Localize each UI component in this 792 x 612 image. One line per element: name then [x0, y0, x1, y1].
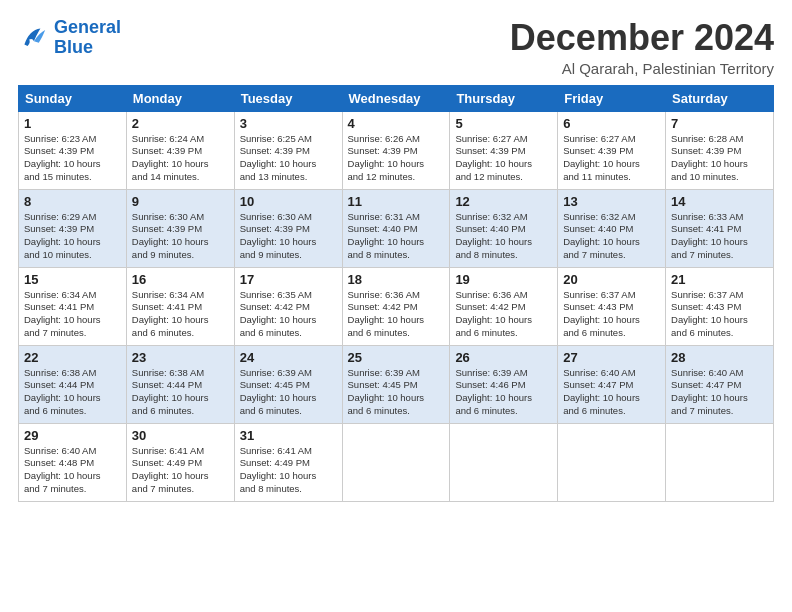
day-number: 28 [671, 350, 768, 365]
table-row: 27Sunrise: 6:40 AM Sunset: 4:47 PM Dayli… [558, 345, 666, 423]
day-number: 29 [24, 428, 121, 443]
day-number: 20 [563, 272, 660, 287]
table-row: 14Sunrise: 6:33 AM Sunset: 4:41 PM Dayli… [666, 189, 774, 267]
day-info: Sunrise: 6:40 AM Sunset: 4:47 PM Dayligh… [563, 367, 660, 418]
day-number: 16 [132, 272, 229, 287]
day-number: 18 [348, 272, 445, 287]
table-row: 4Sunrise: 6:26 AM Sunset: 4:39 PM Daylig… [342, 111, 450, 189]
day-info: Sunrise: 6:36 AM Sunset: 4:42 PM Dayligh… [348, 289, 445, 340]
header: General Blue December 2024 Al Qararah, P… [18, 18, 774, 77]
day-info: Sunrise: 6:40 AM Sunset: 4:48 PM Dayligh… [24, 445, 121, 496]
day-number: 8 [24, 194, 121, 209]
day-info: Sunrise: 6:38 AM Sunset: 4:44 PM Dayligh… [24, 367, 121, 418]
day-info: Sunrise: 6:32 AM Sunset: 4:40 PM Dayligh… [455, 211, 552, 262]
day-info: Sunrise: 6:41 AM Sunset: 4:49 PM Dayligh… [240, 445, 337, 496]
col-sunday: Sunday [19, 85, 127, 111]
day-number: 1 [24, 116, 121, 131]
table-row: 15Sunrise: 6:34 AM Sunset: 4:41 PM Dayli… [19, 267, 127, 345]
table-row: 10Sunrise: 6:30 AM Sunset: 4:39 PM Dayli… [234, 189, 342, 267]
day-info: Sunrise: 6:31 AM Sunset: 4:40 PM Dayligh… [348, 211, 445, 262]
table-row [666, 423, 774, 501]
table-row: 25Sunrise: 6:39 AM Sunset: 4:45 PM Dayli… [342, 345, 450, 423]
page: General Blue December 2024 Al Qararah, P… [0, 0, 792, 612]
table-row: 9Sunrise: 6:30 AM Sunset: 4:39 PM Daylig… [126, 189, 234, 267]
day-number: 7 [671, 116, 768, 131]
col-thursday: Thursday [450, 85, 558, 111]
day-number: 25 [348, 350, 445, 365]
table-row: 22Sunrise: 6:38 AM Sunset: 4:44 PM Dayli… [19, 345, 127, 423]
day-number: 21 [671, 272, 768, 287]
day-info: Sunrise: 6:29 AM Sunset: 4:39 PM Dayligh… [24, 211, 121, 262]
day-number: 19 [455, 272, 552, 287]
day-info: Sunrise: 6:34 AM Sunset: 4:41 PM Dayligh… [132, 289, 229, 340]
table-row: 30Sunrise: 6:41 AM Sunset: 4:49 PM Dayli… [126, 423, 234, 501]
col-saturday: Saturday [666, 85, 774, 111]
table-row: 11Sunrise: 6:31 AM Sunset: 4:40 PM Dayli… [342, 189, 450, 267]
day-number: 14 [671, 194, 768, 209]
table-row: 5Sunrise: 6:27 AM Sunset: 4:39 PM Daylig… [450, 111, 558, 189]
calendar-week-row: 15Sunrise: 6:34 AM Sunset: 4:41 PM Dayli… [19, 267, 774, 345]
day-number: 13 [563, 194, 660, 209]
day-info: Sunrise: 6:40 AM Sunset: 4:47 PM Dayligh… [671, 367, 768, 418]
day-info: Sunrise: 6:39 AM Sunset: 4:46 PM Dayligh… [455, 367, 552, 418]
day-info: Sunrise: 6:23 AM Sunset: 4:39 PM Dayligh… [24, 133, 121, 184]
col-friday: Friday [558, 85, 666, 111]
table-row: 20Sunrise: 6:37 AM Sunset: 4:43 PM Dayli… [558, 267, 666, 345]
calendar-header-row: Sunday Monday Tuesday Wednesday Thursday… [19, 85, 774, 111]
day-number: 3 [240, 116, 337, 131]
main-title: December 2024 [510, 18, 774, 58]
day-info: Sunrise: 6:25 AM Sunset: 4:39 PM Dayligh… [240, 133, 337, 184]
table-row: 19Sunrise: 6:36 AM Sunset: 4:42 PM Dayli… [450, 267, 558, 345]
table-row: 1Sunrise: 6:23 AM Sunset: 4:39 PM Daylig… [19, 111, 127, 189]
day-info: Sunrise: 6:39 AM Sunset: 4:45 PM Dayligh… [348, 367, 445, 418]
day-info: Sunrise: 6:41 AM Sunset: 4:49 PM Dayligh… [132, 445, 229, 496]
day-number: 31 [240, 428, 337, 443]
day-info: Sunrise: 6:27 AM Sunset: 4:39 PM Dayligh… [563, 133, 660, 184]
table-row [558, 423, 666, 501]
day-number: 4 [348, 116, 445, 131]
logo-text-general: General [54, 18, 121, 38]
logo: General Blue [18, 18, 121, 58]
day-info: Sunrise: 6:36 AM Sunset: 4:42 PM Dayligh… [455, 289, 552, 340]
day-info: Sunrise: 6:24 AM Sunset: 4:39 PM Dayligh… [132, 133, 229, 184]
table-row: 8Sunrise: 6:29 AM Sunset: 4:39 PM Daylig… [19, 189, 127, 267]
table-row: 26Sunrise: 6:39 AM Sunset: 4:46 PM Dayli… [450, 345, 558, 423]
table-row: 29Sunrise: 6:40 AM Sunset: 4:48 PM Dayli… [19, 423, 127, 501]
table-row: 17Sunrise: 6:35 AM Sunset: 4:42 PM Dayli… [234, 267, 342, 345]
day-number: 11 [348, 194, 445, 209]
table-row: 7Sunrise: 6:28 AM Sunset: 4:39 PM Daylig… [666, 111, 774, 189]
table-row: 31Sunrise: 6:41 AM Sunset: 4:49 PM Dayli… [234, 423, 342, 501]
day-number: 17 [240, 272, 337, 287]
day-info: Sunrise: 6:35 AM Sunset: 4:42 PM Dayligh… [240, 289, 337, 340]
table-row: 28Sunrise: 6:40 AM Sunset: 4:47 PM Dayli… [666, 345, 774, 423]
day-number: 10 [240, 194, 337, 209]
logo-bird-icon [18, 22, 50, 54]
day-number: 5 [455, 116, 552, 131]
day-info: Sunrise: 6:37 AM Sunset: 4:43 PM Dayligh… [563, 289, 660, 340]
day-number: 30 [132, 428, 229, 443]
day-number: 12 [455, 194, 552, 209]
day-number: 15 [24, 272, 121, 287]
title-block: December 2024 Al Qararah, Palestinian Te… [510, 18, 774, 77]
day-info: Sunrise: 6:28 AM Sunset: 4:39 PM Dayligh… [671, 133, 768, 184]
day-number: 23 [132, 350, 229, 365]
calendar-week-row: 29Sunrise: 6:40 AM Sunset: 4:48 PM Dayli… [19, 423, 774, 501]
table-row: 16Sunrise: 6:34 AM Sunset: 4:41 PM Dayli… [126, 267, 234, 345]
day-info: Sunrise: 6:30 AM Sunset: 4:39 PM Dayligh… [240, 211, 337, 262]
day-info: Sunrise: 6:32 AM Sunset: 4:40 PM Dayligh… [563, 211, 660, 262]
day-info: Sunrise: 6:26 AM Sunset: 4:39 PM Dayligh… [348, 133, 445, 184]
day-number: 22 [24, 350, 121, 365]
table-row: 13Sunrise: 6:32 AM Sunset: 4:40 PM Dayli… [558, 189, 666, 267]
table-row: 21Sunrise: 6:37 AM Sunset: 4:43 PM Dayli… [666, 267, 774, 345]
table-row: 18Sunrise: 6:36 AM Sunset: 4:42 PM Dayli… [342, 267, 450, 345]
day-number: 6 [563, 116, 660, 131]
col-monday: Monday [126, 85, 234, 111]
subtitle: Al Qararah, Palestinian Territory [510, 60, 774, 77]
calendar-table: Sunday Monday Tuesday Wednesday Thursday… [18, 85, 774, 502]
table-row: 23Sunrise: 6:38 AM Sunset: 4:44 PM Dayli… [126, 345, 234, 423]
table-row: 3Sunrise: 6:25 AM Sunset: 4:39 PM Daylig… [234, 111, 342, 189]
table-row: 2Sunrise: 6:24 AM Sunset: 4:39 PM Daylig… [126, 111, 234, 189]
col-tuesday: Tuesday [234, 85, 342, 111]
calendar-week-row: 1Sunrise: 6:23 AM Sunset: 4:39 PM Daylig… [19, 111, 774, 189]
col-wednesday: Wednesday [342, 85, 450, 111]
